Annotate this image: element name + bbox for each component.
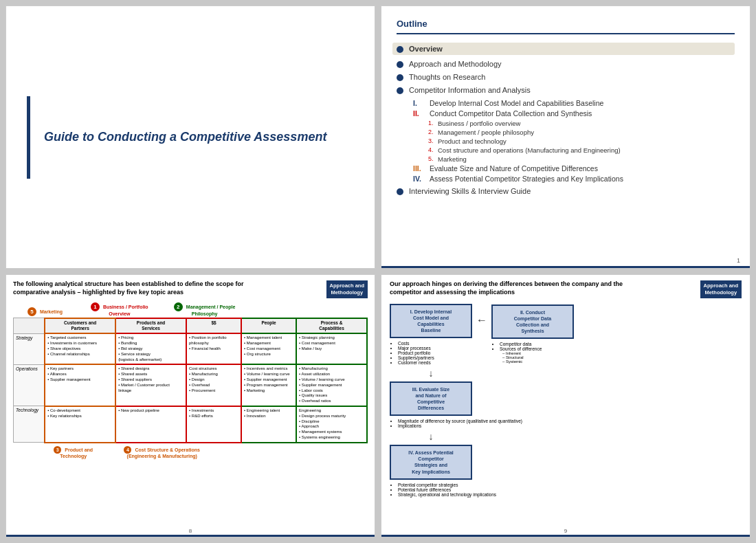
- conduct-sub-5: 5. Marketing: [428, 155, 735, 163]
- badge-1: 1: [91, 302, 100, 311]
- outline-sub-iii: III. Evaluate Size and Nature of Competi…: [397, 164, 735, 173]
- bottom-label-product: 3 Product andTechnology: [41, 446, 105, 458]
- box-iii: III. Evaluate Sizeand Nature ofCompetiti…: [390, 381, 472, 416]
- mgmt-label: Management / PeoplePhilosophy: [186, 304, 236, 316]
- badge-row: 5 Marketing 1 Business / PortfolioOvervi…: [13, 302, 368, 316]
- slide3-title: The following analytical structure has b…: [13, 280, 254, 296]
- cell-ops-people: • Incentives and metrics• Volume / learn…: [241, 364, 296, 406]
- badge-4: 4: [124, 446, 131, 454]
- num-2: 2.: [428, 129, 438, 135]
- outline-text-competitor: Competitor Information and Analysis: [409, 86, 531, 94]
- bottom-empty: [13, 446, 41, 458]
- slide4-title: Our approach hinges on deriving the diff…: [390, 280, 644, 296]
- outline-list: Overview Approach and Methodology Though…: [397, 43, 735, 195]
- table-row-technology: Technology • Co-development• Key relatio…: [14, 406, 368, 443]
- outline-text-interviewing: Interviewing Skills & Interview Guide: [409, 187, 531, 195]
- num-5: 5.: [428, 155, 438, 162]
- outline-item-interviewing: Interviewing Skills & Interview Guide: [397, 187, 735, 195]
- cell-ops-dollar: Cost structures• Manufacturing• Design• …: [186, 364, 241, 406]
- th-empty: [14, 318, 45, 334]
- cell-tech-process: Engineering• Design process maturity• Di…: [296, 406, 367, 443]
- slide-1: Guide to Conducting a Competitive Assess…: [5, 5, 375, 269]
- outline-item-competitor: Competitor Information and Analysis: [397, 86, 735, 94]
- bullet-future-diff: Potential future differences: [398, 487, 496, 492]
- conduct-sub-5-text: Marketing: [438, 155, 467, 163]
- bullet-suppliers: Suppliers/partners: [398, 355, 434, 360]
- bullet-prod-portfolio: Product portfolio: [398, 351, 434, 355]
- arrow-down-iv: ↓: [390, 431, 472, 442]
- sub-i-text: Develop Internal Cost Model and Capabili…: [430, 99, 603, 107]
- slide4-right-spacer: [579, 304, 742, 497]
- slide2-bottom-border: [381, 266, 750, 268]
- outline-text-thoughts: Thoughts on Research: [409, 73, 485, 81]
- table-row-strategy: Strategy • Targeted customers• Investmen…: [14, 333, 368, 364]
- conduct-sub-2-text: Management / people philosophy: [438, 129, 534, 136]
- th-dollar: $$: [186, 318, 241, 334]
- box-ii-group: II. ConductCompetitor DataCollection and…: [491, 304, 574, 364]
- sources-sub: – Inherent – Structural – Systemic: [502, 351, 542, 364]
- bullet-customer-needs: Customer needs: [398, 360, 434, 365]
- box-ii: II. ConductCompetitor DataCollection and…: [491, 304, 574, 339]
- badge-mgmt-area: 2 Management / PeoplePhilosophy: [162, 302, 247, 316]
- conduct-sub-4: 4. Cost structure and operations (Manufa…: [428, 146, 735, 154]
- slide-3-analytical: The following analytical structure has b…: [5, 274, 375, 538]
- cell-ops-products: • Shared designs• Shared assets• Shared …: [115, 364, 186, 406]
- slide-4-approach: Our approach hinges on deriving the diff…: [381, 274, 751, 538]
- roman-iv-label: IV.: [413, 175, 425, 183]
- box-i-bullets: Costs Major processes Product portfolio …: [398, 341, 434, 365]
- bullet-strat-ops: Strategic, operational and technology im…: [398, 492, 496, 497]
- table-row-operations: Operations • Key partners• Alliances• Su…: [14, 364, 368, 406]
- outline-text-approach: Approach and Methodology: [409, 60, 502, 68]
- cell-tech-people: • Engineering talent• Innovation: [241, 406, 296, 443]
- bottom-labels-row: 3 Product andTechnology 4 Cost Structure…: [13, 446, 368, 458]
- bullet-implications: Implications: [398, 423, 522, 428]
- cell-ops-process: • Manufacturing• Asset utilization• Volu…: [296, 364, 367, 406]
- bullet-potential-strat: Potential competitor strategies: [398, 483, 496, 487]
- cell-tech-products: • New product pipeline: [115, 406, 186, 443]
- slide4-content: I. Develop InternalCost Model andCapabil…: [390, 304, 742, 497]
- outline-dot-overview: [397, 46, 403, 53]
- analytical-table: Customers andPartners Products andServic…: [13, 318, 368, 443]
- conduct-sub-list: 1. Business / portfolio overview 2. Mana…: [413, 120, 735, 163]
- badge-3: 3: [54, 446, 61, 454]
- conduct-sub-4-text: Cost structure and operations (Manufactu…: [438, 146, 621, 154]
- slide4-tag: Approach andMethodology: [700, 280, 742, 298]
- outline-item-overview: Overview: [392, 43, 735, 55]
- th-process: Process &Capabilities: [296, 318, 367, 334]
- product-label: Product andTechnology: [60, 447, 93, 458]
- conduct-sub-3-text: Product and technology: [438, 137, 507, 145]
- outline-dot-competitor: [397, 87, 403, 94]
- box-iii-bullets: Magnitude of difference by source (quali…: [398, 419, 522, 428]
- conduct-sub-3: 3. Product and technology: [428, 137, 735, 145]
- row-label-operations: Operations: [14, 364, 45, 406]
- cell-strategy-dollar: • Position in portfolio philosophy• Fina…: [186, 333, 241, 364]
- roman-i-label: I.: [413, 99, 425, 107]
- slide2-page-num: 1: [737, 257, 740, 264]
- slide1-accent-bar: [27, 96, 30, 179]
- roman-iii-label: III.: [413, 164, 425, 173]
- conduct-sub-1: 1. Business / portfolio overview: [428, 120, 735, 127]
- box-ii-bullets: Competitor data Sources of difference – …: [500, 342, 542, 364]
- num-4: 4.: [428, 146, 438, 153]
- box-i-group: I. Develop InternalCost Model andCapabil…: [390, 304, 472, 365]
- row-i-ii: I. Develop InternalCost Model andCapabil…: [390, 304, 572, 365]
- slide3-page-num: 8: [189, 528, 192, 534]
- slide3-header: The following analytical structure has b…: [13, 280, 368, 298]
- slide4-bottom-border: [381, 535, 750, 537]
- cell-tech-customers: • Co-development• Key relationships: [45, 406, 115, 443]
- bullet-sources: Sources of difference – Inherent – Struc…: [500, 346, 542, 364]
- cell-strategy-products: • Pricing• Bundling• Bid strategy• Servi…: [115, 333, 186, 364]
- bullet-magnitude: Magnitude of difference by source (quali…: [398, 419, 522, 423]
- box-iv-group: IV. Assess PotentialCompetitorStrategies…: [390, 445, 496, 496]
- bullet-major-proc: Major processes: [398, 346, 434, 351]
- cell-strategy-customers: • Targeted customers• Investments in cus…: [45, 333, 115, 364]
- cell-tech-dollar: • Investments• R&D efforts: [186, 406, 241, 443]
- bottom-label-cost: 4 Cost Structure & Operations(Engineerin…: [105, 446, 219, 458]
- bullet-comp-data: Competitor data: [500, 342, 542, 346]
- th-products: Products andServices: [115, 318, 186, 334]
- conduct-sub-2: 2. Management / people philosophy: [428, 129, 735, 136]
- outline-item-approach: Approach and Methodology: [397, 60, 735, 68]
- sub-ii-text: Conduct Competitor Data Collection and S…: [430, 109, 592, 118]
- slide-2-outline: Outline Overview Approach and Methodolog…: [381, 5, 751, 269]
- box-iv: IV. Assess PotentialCompetitorStrategies…: [390, 445, 472, 479]
